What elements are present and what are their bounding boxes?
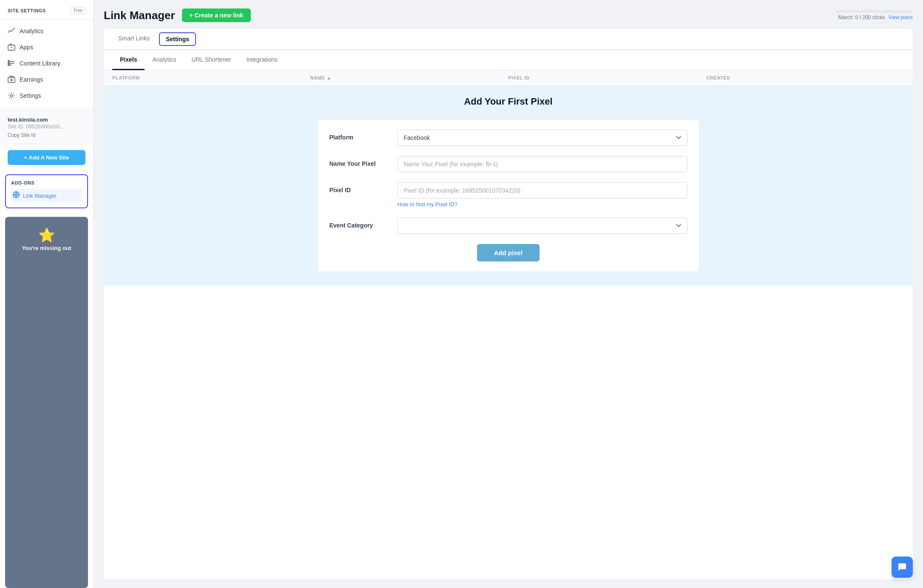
addon-item-label: Link Manager: [23, 193, 57, 199]
sidebar-header: SITE SETTINGS Free: [0, 0, 93, 20]
add-pixel-title: Add Your First Pixel: [112, 96, 904, 107]
add-pixel-button[interactable]: Add pixel: [477, 244, 540, 261]
site-settings-title: SITE SETTINGS: [8, 8, 46, 13]
platform-row: Platform Facebook Google Twitter LinkedI…: [329, 130, 687, 146]
content-library-icon: [8, 60, 15, 67]
pixel-id-row: Pixel ID How to find my Pixel ID?: [329, 182, 687, 207]
event-category-select[interactable]: [398, 218, 687, 234]
addons-section: ADD-ONS Link Manager: [5, 174, 88, 208]
platform-input-wrap: Facebook Google Twitter LinkedIn Pintere…: [398, 130, 687, 146]
pixel-name-input[interactable]: [398, 156, 687, 172]
sidebar-item-settings-label: Settings: [20, 92, 41, 99]
site-id-value: 0862fb680efa5...: [26, 124, 64, 130]
platform-label: Platform: [329, 130, 389, 141]
sub-tab-url-shortener[interactable]: URL Shortener: [184, 50, 239, 70]
main-content: Link Manager + Create a new link March: …: [94, 0, 923, 588]
sidebar-item-analytics[interactable]: Analytics: [0, 23, 93, 39]
pixel-name-input-wrap: [398, 156, 687, 172]
missing-out-text: You're missing out: [10, 245, 83, 251]
table-header: PLATFORM NAME ▲ PIXEL ID CREATED: [104, 70, 913, 86]
tab-smart-links[interactable]: Smart Links: [111, 29, 157, 50]
event-category-label: Event Category: [329, 218, 389, 229]
header-left: Link Manager + Create a new link: [104, 9, 251, 22]
copy-site-id-btn[interactable]: Copy Site Id: [8, 132, 35, 138]
link-manager-icon: [13, 191, 20, 200]
svg-point-10: [11, 95, 13, 97]
sidebar-item-analytics-label: Analytics: [20, 28, 43, 34]
addons-title: ADD-ONS: [11, 180, 82, 185]
col-platform: PLATFORM: [112, 75, 310, 80]
add-site-button[interactable]: + Add A New Site: [8, 150, 85, 165]
platform-select[interactable]: Facebook Google Twitter LinkedIn Pintere…: [398, 130, 687, 146]
site-info: test.kinsta.com Site ID: 0862fb680efa5..…: [0, 111, 93, 144]
chat-button[interactable]: [892, 557, 913, 578]
pixel-name-row: Name Your Pixel: [329, 156, 687, 172]
free-badge: Free: [71, 7, 85, 14]
sidebar-item-earnings[interactable]: Earnings: [0, 71, 93, 88]
pixel-form: Platform Facebook Google Twitter LinkedI…: [317, 119, 700, 272]
content-area: Pixels Analytics URL Shortener Integrati…: [104, 50, 913, 579]
svg-rect-0: [8, 45, 15, 50]
col-created: CREATED: [706, 75, 904, 80]
analytics-icon: [8, 27, 15, 35]
svg-point-12: [15, 194, 17, 196]
create-new-link-button[interactable]: + Create a new link: [182, 9, 251, 22]
pixel-id-input-wrap: How to find my Pixel ID?: [398, 182, 687, 207]
sidebar-item-content-library-label: Content Library: [20, 60, 60, 67]
sidebar-divider: [0, 109, 93, 109]
sidebar-item-content-library[interactable]: Content Library: [0, 55, 93, 71]
sidebar-item-apps-label: Apps: [20, 44, 33, 51]
sub-tab-integrations[interactable]: Integrations: [239, 50, 285, 70]
clicks-progress-bar: [836, 10, 913, 13]
view-plans-link[interactable]: View plans: [888, 14, 913, 20]
missing-out-section: ⭐ You're missing out: [5, 217, 88, 588]
header-right: March: 0 / 200 clicks View plans: [836, 10, 913, 20]
sidebar-nav: Analytics Apps: [0, 20, 93, 107]
apps-icon: [8, 43, 15, 51]
svg-rect-8: [8, 77, 15, 82]
sidebar: SITE SETTINGS Free Analytics Apps: [0, 0, 94, 588]
pixel-id-input[interactable]: [398, 182, 687, 199]
site-id: Site ID: 0862fb680efa5...: [8, 124, 85, 130]
pixel-id-help-link[interactable]: How to find my Pixel ID?: [398, 201, 687, 207]
settings-icon: [8, 92, 15, 99]
col-pixel-id: PIXEL ID: [508, 75, 707, 80]
page-header: Link Manager + Create a new link March: …: [104, 9, 913, 22]
primary-tabs: Smart Links Settings: [104, 29, 913, 50]
missing-out-icon: ⭐: [10, 227, 83, 243]
page-title: Link Manager: [104, 9, 175, 22]
clicks-info: March: 0 / 200 clicks View plans: [838, 14, 913, 20]
chat-icon: [897, 562, 907, 572]
sidebar-item-earnings-label: Earnings: [20, 76, 43, 83]
tab-settings[interactable]: Settings: [159, 32, 196, 46]
col-name: NAME ▲: [310, 75, 508, 80]
sub-tab-analytics[interactable]: Analytics: [145, 50, 184, 70]
sidebar-item-settings[interactable]: Settings: [0, 88, 93, 104]
svg-point-9: [11, 79, 12, 81]
event-category-input-wrap: [398, 218, 687, 234]
svg-rect-5: [8, 60, 9, 62]
sub-tab-pixels[interactable]: Pixels: [112, 50, 145, 70]
clicks-label: March: 0 / 200 clicks: [838, 14, 885, 20]
add-pixel-section: Add Your First Pixel Platform Facebook G…: [104, 86, 913, 286]
pixel-name-label: Name Your Pixel: [329, 156, 389, 167]
pixel-id-label: Pixel ID: [329, 182, 389, 193]
sub-tabs: Pixels Analytics URL Shortener Integrati…: [104, 50, 913, 70]
event-category-row: Event Category: [329, 218, 687, 234]
clicks-bar-fill: [836, 10, 837, 13]
earnings-icon: [8, 76, 15, 83]
sidebar-item-apps[interactable]: Apps: [0, 39, 93, 55]
addon-item-link-manager[interactable]: Link Manager: [11, 189, 82, 202]
site-domain: test.kinsta.com: [8, 116, 85, 123]
site-id-label: Site ID:: [8, 124, 24, 130]
